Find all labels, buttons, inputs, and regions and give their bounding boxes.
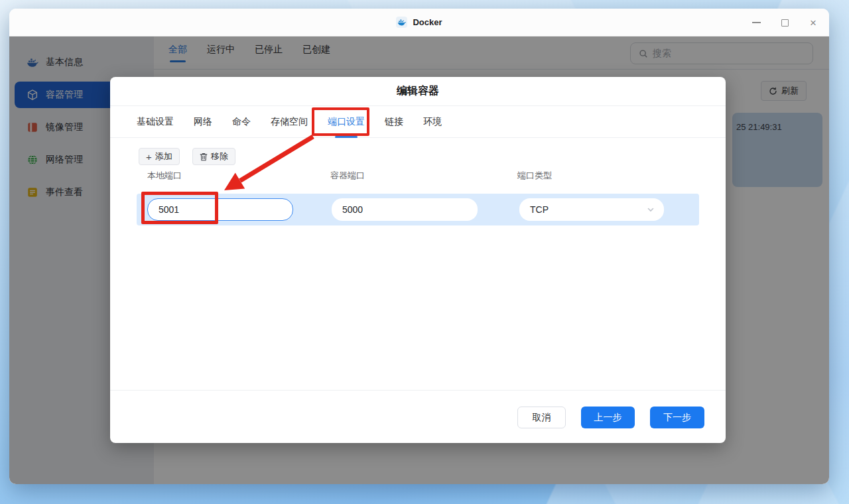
- modal-header: 编辑容器: [110, 77, 726, 106]
- column-label-local-port: 本地端口: [147, 170, 182, 182]
- window-controls: ×: [751, 9, 818, 36]
- window-title: Docker: [413, 17, 442, 27]
- add-label: 添加: [155, 151, 172, 162]
- tab-network[interactable]: 网络: [194, 106, 212, 138]
- edit-container-modal: 编辑容器 基础设置 网络 命令 存储空间 端口设置 链接 环境 + 添加 移除 …: [110, 77, 726, 443]
- desktop-background: Docker × 基本信息: [0, 0, 849, 504]
- add-port-button[interactable]: + 添加: [139, 148, 180, 165]
- plus-icon: +: [146, 151, 152, 162]
- cancel-button[interactable]: 取消: [517, 407, 566, 428]
- column-label-port-type: 端口类型: [517, 170, 552, 182]
- container-port-input[interactable]: [332, 198, 478, 221]
- minimize-button[interactable]: [751, 17, 761, 28]
- tab-command[interactable]: 命令: [232, 106, 251, 138]
- remove-label: 移除: [211, 151, 228, 162]
- column-label-container-port: 容器端口: [330, 170, 365, 182]
- previous-step-button[interactable]: 上一步: [581, 407, 635, 428]
- tab-links[interactable]: 链接: [385, 106, 403, 138]
- titlebar: Docker ×: [9, 9, 829, 36]
- modal-title: 编辑容器: [397, 84, 439, 98]
- local-port-input[interactable]: [147, 198, 293, 221]
- port-type-select[interactable]: TCP: [519, 198, 664, 221]
- port-type-value: TCP: [530, 204, 549, 215]
- chevron-down-icon: [647, 206, 655, 214]
- tab-basic-settings[interactable]: 基础设置: [137, 106, 174, 138]
- docker-whale-icon: [396, 17, 407, 28]
- modal-tabs: 基础设置 网络 命令 存储空间 端口设置 链接 环境: [110, 106, 726, 138]
- remove-port-button[interactable]: 移除: [192, 148, 235, 165]
- maximize-button[interactable]: [779, 17, 790, 28]
- tab-port-settings[interactable]: 端口设置: [328, 106, 365, 138]
- trash-icon: [200, 153, 208, 161]
- tab-storage[interactable]: 存储空间: [271, 106, 308, 138]
- modal-footer: 取消 上一步 下一步: [110, 390, 726, 443]
- tab-environment[interactable]: 环境: [423, 106, 442, 138]
- close-button[interactable]: ×: [808, 17, 818, 28]
- titlebar-title-group: Docker: [396, 17, 442, 28]
- next-step-button[interactable]: 下一步: [650, 407, 704, 428]
